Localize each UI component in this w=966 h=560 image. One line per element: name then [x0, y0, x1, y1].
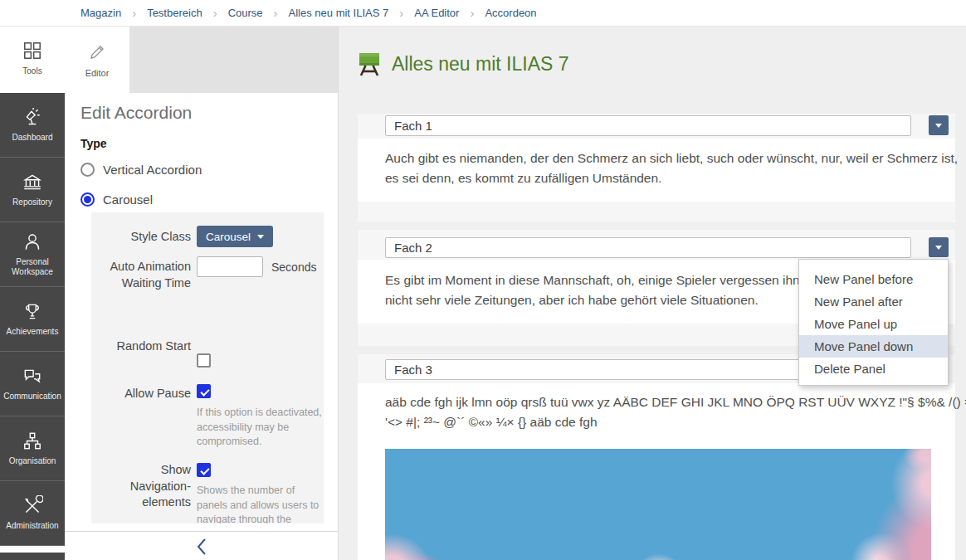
- cherry-blossom-image: [385, 449, 931, 560]
- radio-selected-icon[interactable]: [80, 192, 95, 207]
- chevron-left-icon: [196, 537, 207, 557]
- breadcrumb-accordeon[interactable]: Accordeon: [485, 7, 536, 19]
- menu-item-move-panel-up[interactable]: Move Panel up: [799, 313, 948, 335]
- collapse-panel-bar[interactable]: [65, 531, 338, 560]
- seconds-suffix: Seconds: [271, 261, 316, 274]
- rail-item-communication[interactable]: Communication: [0, 352, 65, 416]
- panel-title: Edit Accordion: [80, 103, 192, 123]
- breadcrumb-magazin[interactable]: Magazin: [80, 7, 121, 19]
- main-content: Alles neu mit ILIAS 7 Auch gibt es niema…: [338, 27, 966, 560]
- breadcrumb-separator-icon: ›: [213, 7, 217, 19]
- crossed-tools-icon: [22, 495, 43, 517]
- chevron-down-icon: [257, 235, 264, 239]
- show-nav-label: Show Navigation-elements: [98, 462, 191, 511]
- rail-item-partial[interactable]: [0, 553, 65, 560]
- show-nav-checkbox[interactable]: [197, 463, 211, 477]
- menu-item-new-panel-before[interactable]: New Panel before: [799, 268, 948, 290]
- allow-pause-checkbox[interactable]: [197, 384, 211, 398]
- type-label: Type: [80, 137, 107, 150]
- radio-carousel[interactable]: Carousel: [80, 192, 153, 207]
- radio-unselected-icon[interactable]: [80, 163, 95, 177]
- carousel-options-subpanel: Style Class Carousel Auto Animation Wait…: [91, 212, 324, 523]
- panel-3-text: aäb cde fgh ijk lmn oöp qrsß tuü vwx yz …: [385, 392, 966, 432]
- accordion-panel-1: Auch gibt es niemanden, der den Schmerz …: [358, 114, 955, 222]
- panel-1-title-input[interactable]: [385, 115, 911, 136]
- panel-1-footer: [358, 202, 955, 222]
- breadcrumb-object[interactable]: Alles neu mit ILIAS 7: [289, 7, 389, 19]
- random-start-checkbox[interactable]: [197, 353, 211, 368]
- breadcrumb-course[interactable]: Course: [228, 7, 263, 19]
- menu-item-new-panel-after[interactable]: New Panel after: [799, 290, 948, 313]
- auto-animation-input[interactable]: [197, 256, 263, 277]
- rail-item-organisation[interactable]: Organisation: [0, 416, 65, 481]
- panel-actions-menu: New Panel before New Panel after Move Pa…: [798, 259, 949, 386]
- rail-item-administration[interactable]: Administration: [0, 481, 65, 546]
- pencil-icon: [87, 42, 107, 62]
- panel-1-actions-button[interactable]: [929, 115, 949, 135]
- rail-items: Dashboard Repository Personal Workspace: [0, 93, 65, 546]
- rail-item-personal-workspace[interactable]: Personal Workspace: [0, 222, 65, 287]
- chat-bubbles-icon: [22, 366, 43, 387]
- panel-1-body: Auch gibt es niemanden, der den Schmerz …: [358, 139, 955, 202]
- panel-2-text: Es gibt im Moment in diese Mannschaft, o…: [385, 270, 827, 310]
- menu-item-delete-panel[interactable]: Delete Panel: [799, 358, 948, 380]
- allow-pause-label: Allow Pause: [98, 386, 191, 402]
- page-title: Alles neu mit ILIAS 7: [392, 53, 569, 75]
- panel-2-header: [358, 230, 955, 260]
- show-nav-help: Shows the number of panels and allows us…: [197, 484, 323, 523]
- page-head: Alles neu mit ILIAS 7: [358, 51, 569, 77]
- edit-accordion-panel: Edit Accordion Type Vertical Accordion C…: [65, 93, 338, 531]
- rail-item-achievements[interactable]: Achievements: [0, 287, 65, 352]
- breadcrumb: Magazin › Testbereich › Course › Alles n…: [0, 0, 966, 27]
- breadcrumb-separator-icon: ›: [132, 7, 136, 19]
- ilias-editor-screen: Magazin › Testbereich › Course › Alles n…: [0, 0, 966, 560]
- rail-item-repository[interactable]: Repository: [0, 158, 65, 222]
- chevron-down-icon: [935, 246, 942, 250]
- style-class-dropdown[interactable]: Carousel: [197, 226, 273, 247]
- menu-item-move-panel-down[interactable]: Move Panel down: [799, 335, 948, 358]
- slate-tab-strip: Editor: [65, 27, 338, 93]
- panel-2-title-input[interactable]: [385, 237, 911, 258]
- panel-2-actions-button[interactable]: [929, 237, 949, 257]
- breadcrumb-testbereich[interactable]: Testbereich: [147, 7, 202, 19]
- allow-pause-help: If this option is deactivated, accessibi…: [197, 406, 323, 450]
- tools-grid-icon: [22, 40, 43, 61]
- main-nav-rail: Tools Dashboard Repository: [0, 27, 65, 560]
- org-chart-icon: [22, 431, 43, 452]
- breadcrumb-aa-editor[interactable]: AA Editor: [414, 7, 459, 19]
- rail-item-dashboard[interactable]: Dashboard: [0, 93, 65, 158]
- dashboard-lamp-icon: [22, 107, 43, 129]
- chevron-down-icon: [935, 124, 942, 128]
- rail-item-tools[interactable]: Tools: [0, 27, 65, 90]
- tab-editor[interactable]: Editor: [65, 27, 129, 93]
- radio-vertical-accordion[interactable]: Vertical Accordion: [80, 163, 202, 177]
- style-class-label: Style Class: [98, 229, 191, 246]
- person-icon: [22, 231, 43, 253]
- panel-3-body: aäb cde fgh ijk lmn oöp qrsß tuü vwx yz …: [358, 383, 955, 560]
- breadcrumb-separator-icon: ›: [274, 7, 278, 19]
- trophy-icon: [22, 301, 43, 323]
- breadcrumb-separator-icon: ›: [470, 7, 474, 19]
- panel-1-text: Auch gibt es niemanden, der den Schmerz …: [385, 149, 958, 188]
- course-board-icon: [358, 51, 381, 77]
- repository-building-icon: [22, 172, 43, 193]
- auto-animation-label: Auto Animation Waiting Time: [98, 259, 191, 291]
- panel-1-header: [358, 114, 955, 139]
- breadcrumb-separator-icon: ›: [399, 7, 403, 19]
- random-start-label: Random Start: [98, 338, 191, 355]
